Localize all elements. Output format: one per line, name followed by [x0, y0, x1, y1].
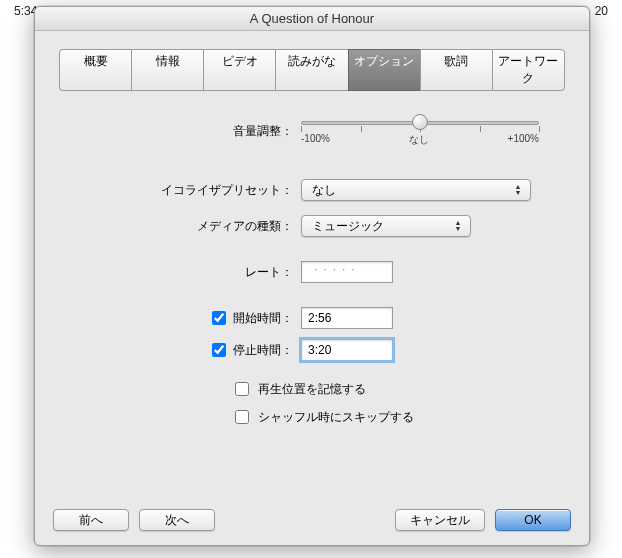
remember-position-label: 再生位置を記憶する — [258, 381, 366, 398]
ok-button[interactable]: OK — [495, 509, 571, 531]
cancel-button[interactable]: キャンセル — [395, 509, 485, 531]
volume-slider[interactable]: -100% なし +100% — [301, 113, 539, 149]
start-time-checkbox[interactable] — [212, 311, 226, 325]
stop-time-label: 停止時間： — [233, 342, 293, 359]
media-kind-popup[interactable]: ミュージック ▲▼ — [301, 215, 471, 237]
tab-sorting[interactable]: 読みがな — [275, 49, 347, 91]
eq-label: イコライザプリセット： — [53, 182, 301, 199]
start-time-label: 開始時間： — [233, 310, 293, 327]
shuffle-skip-label: シャッフル時にスキップする — [258, 409, 414, 426]
bg-row-right: 20 — [595, 4, 608, 18]
dialog-sheet: A Question of Honour 概要 情報 ビデオ 読みがな オプショ… — [34, 6, 590, 546]
eq-preset-value: なし — [312, 182, 336, 199]
media-kind-label: メディアの種類： — [53, 218, 301, 235]
start-time-field[interactable] — [301, 307, 393, 329]
stop-time-field[interactable] — [301, 339, 393, 361]
eq-preset-popup[interactable]: なし ▲▼ — [301, 179, 531, 201]
tab-video[interactable]: ビデオ — [203, 49, 275, 91]
stop-time-checkbox[interactable] — [212, 343, 226, 357]
window-title: A Question of Honour — [35, 7, 589, 31]
dialog-body: 概要 情報 ビデオ 読みがな オプション 歌詞 アートワーク 音量調整： — [35, 31, 589, 455]
volume-min-label: -100% — [301, 133, 330, 147]
remember-position-checkbox[interactable] — [235, 382, 249, 396]
tab-bar: 概要 情報 ビデオ 読みがな オプション 歌詞 アートワーク — [59, 49, 565, 91]
shuffle-skip-checkbox[interactable] — [235, 410, 249, 424]
tab-artwork[interactable]: アートワーク — [492, 49, 565, 91]
popup-arrows-icon: ▲▼ — [452, 220, 464, 232]
tab-options[interactable]: オプション — [348, 49, 420, 91]
tab-info[interactable]: 情報 — [131, 49, 203, 91]
prev-button[interactable]: 前へ — [53, 509, 129, 531]
tab-summary[interactable]: 概要 — [59, 49, 131, 91]
slider-knob[interactable] — [412, 114, 428, 130]
volume-label: 音量調整： — [53, 123, 301, 140]
volume-max-label: +100% — [508, 133, 539, 147]
options-form: 音量調整： -100% なし +100% — [53, 113, 571, 427]
tab-lyrics[interactable]: 歌詞 — [420, 49, 492, 91]
dialog-footer: 前へ 次へ キャンセル OK — [53, 509, 571, 531]
next-button[interactable]: 次へ — [139, 509, 215, 531]
popup-arrows-icon: ▲▼ — [512, 184, 524, 196]
rating-label: レート： — [53, 264, 301, 281]
volume-mid-label: なし — [409, 133, 429, 147]
media-kind-value: ミュージック — [312, 218, 384, 235]
rating-field[interactable]: ····· — [301, 261, 393, 283]
